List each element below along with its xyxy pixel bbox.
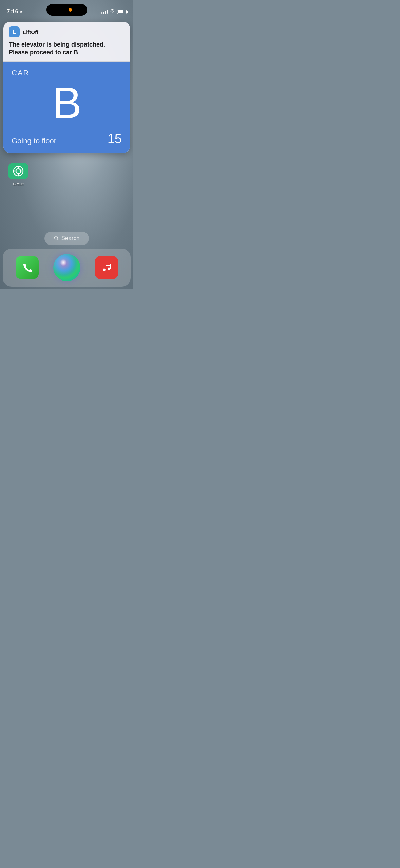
wifi-icon xyxy=(110,9,115,14)
signal-bar-2 xyxy=(103,12,104,14)
floor-number: 15 xyxy=(108,132,122,146)
car-display: CAR B Going to floor 15 xyxy=(3,62,130,153)
notification-header: L LiftOff xyxy=(3,22,130,41)
liftoff-app-icon: L xyxy=(9,26,20,37)
music-app-icon[interactable] xyxy=(95,256,118,279)
signal-bar-3 xyxy=(105,11,106,14)
siri-dock-item[interactable] xyxy=(53,254,80,281)
battery-icon xyxy=(117,10,127,14)
status-time: 7:16 ► xyxy=(7,8,24,15)
car-letter: B xyxy=(12,81,122,125)
music-dock-item[interactable] xyxy=(95,256,118,279)
dynamic-island-dot xyxy=(69,8,72,12)
location-icon: ► xyxy=(20,9,24,14)
signal-bar-4 xyxy=(107,10,108,14)
home-app-grid: Circuit xyxy=(7,163,30,186)
going-to-floor-label: Going to floor xyxy=(12,137,56,145)
search-icon xyxy=(54,236,59,241)
battery-fill xyxy=(118,10,123,13)
phone-dock-item[interactable] xyxy=(16,256,39,279)
phone-app-icon[interactable] xyxy=(16,256,39,279)
search-pill[interactable]: Search xyxy=(44,232,89,245)
car-footer: Going to floor 15 xyxy=(12,132,122,146)
svg-point-1 xyxy=(16,169,21,174)
notification-message: The elevator is being dispatched. Please… xyxy=(3,41,130,61)
car-label: CAR xyxy=(12,69,122,77)
svg-rect-6 xyxy=(106,265,111,266)
status-right-icons xyxy=(101,9,127,14)
dynamic-island xyxy=(46,4,87,16)
search-label: Search xyxy=(61,235,80,242)
siri-app-icon[interactable] xyxy=(53,254,80,281)
circuit-icon xyxy=(8,163,28,179)
time-label: 7:16 xyxy=(7,8,18,15)
signal-bars xyxy=(101,10,108,14)
circuit-app-label: Circuit xyxy=(13,182,23,186)
svg-rect-4 xyxy=(106,265,106,270)
circuit-app[interactable]: Circuit xyxy=(7,163,30,186)
notification-card[interactable]: L LiftOff The elevator is being dispatch… xyxy=(3,22,130,153)
signal-bar-1 xyxy=(101,12,102,14)
svg-line-3 xyxy=(57,239,58,240)
dock xyxy=(3,249,131,287)
app-icon-letter: L xyxy=(13,29,16,36)
svg-rect-5 xyxy=(110,264,111,269)
app-name-label: LiftOff xyxy=(23,29,38,35)
